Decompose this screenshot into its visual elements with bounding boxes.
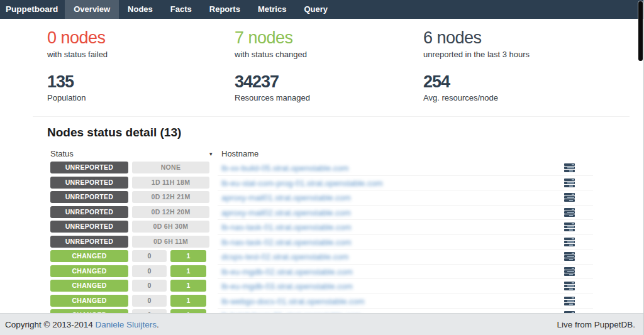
nav-item-facts[interactable]: Facts [162,0,201,19]
copyright-suffix: . [157,320,159,329]
stat-avg-resources-label: Avg. resources/node [423,93,611,102]
nav-item-reports[interactable]: Reports [201,0,249,19]
hostname-link[interactable]: lb-eu-mgdb-03.strat.openstable.com [221,279,353,294]
stat-failed-value: 0 nodes [47,29,235,48]
stats-panel: 0 nodes with status failed 7 nodes with … [0,19,643,102]
stats-row-resources: 135 Population 34237 Resources managed 2… [47,73,643,103]
hostname-link[interactable]: lb-webgo-docs-01.strat.openstable.com [221,294,365,309]
navbar: Puppetboard OverviewNodesFactsReportsMet… [0,0,643,19]
table-row: CHANGED 0 1 lb-batchdexer-01.strat.opens… [0,309,593,313]
hostname-link[interactable]: dcsps-test-02.strat.openstable.com [221,250,348,265]
status-badge: CHANGED [50,295,128,307]
tasks-icon[interactable] [564,163,575,173]
status-badge: CHANGED [50,265,128,277]
column-header-status[interactable]: Status [50,149,74,158]
stat-changed-value: 7 nodes [235,29,423,48]
stat-failed: 0 nodes with status failed [47,29,235,59]
table-row: CHANGED 0 1 dcsps-test-02.strat.openstab… [0,250,593,265]
table-header: Status ▾ Hostname [0,140,643,161]
column-header-hostname[interactable]: Hostname [221,149,258,158]
status-badge: UNREPORTED [50,221,128,233]
table-row: CHANGED 0 1 lb-webgo-docs-01.strat.opens… [0,294,593,309]
status-badge: UNREPORTED [50,191,128,203]
live-from-puppetdb-text: Live from PuppetDB. [557,320,635,329]
copyright-text: Copyright © 2013-2014 Daniele Sluijters. [5,320,159,329]
hostname-link[interactable]: aproxy-mail01.strat.openstable.com [221,190,351,206]
time-badge: 1D 11H 18M [132,177,209,189]
status-badge: UNREPORTED [50,206,128,218]
table-rows: UNREPORTED NONE lb-xx-build-05.strat.ope… [0,161,643,313]
hostname-link[interactable]: lb-eu-stat-com-prog-01.strat.openstable.… [221,176,383,191]
puppetboard-page: Puppetboard OverviewNodesFactsReportsMet… [0,0,644,335]
tasks-icon[interactable] [564,178,575,188]
stat-resources-value: 34237 [235,73,423,92]
stat-unreported-label: unreported in the last 3 hours [423,50,611,59]
tasks-icon[interactable] [564,296,575,306]
table-row: UNREPORTED 0D 6H 11M lb-nas-task-02.stra… [0,235,593,250]
skip-count-badge: 0 [132,295,167,307]
time-badge: 0D 6H 11M [132,236,209,248]
hostname-link[interactable]: lb-batchdexer-01.strat.openstable.com [221,309,361,313]
stat-resources: 34237 Resources managed [235,73,423,103]
table-row: UNREPORTED NONE lb-xx-build-05.strat.ope… [0,161,593,176]
skip-count-badge: 0 [132,280,167,292]
table-row: UNREPORTED 0D 12H 21M aproxy-mail01.stra… [0,190,593,206]
change-count-badge: 1 [170,295,206,307]
stat-resources-label: Resources managed [235,93,423,102]
nav-items: OverviewNodesFactsReportsMetricsQuery [65,0,336,19]
skip-count-badge: 0 [132,250,167,262]
tasks-icon[interactable] [564,251,575,261]
tasks-icon[interactable] [564,207,575,217]
time-badge: 0D 6H 30M [132,221,209,233]
brand-puppetboard[interactable]: Puppetboard [0,0,65,19]
time-badge: 0D 12H 20M [132,206,209,218]
tasks-icon[interactable] [564,222,575,232]
tasks-icon[interactable] [564,237,575,247]
stats-row-status: 0 nodes with status failed 7 nodes with … [47,29,643,59]
stat-changed: 7 nodes with status changed [235,29,423,59]
table-row: UNREPORTED 0D 12H 20M aproxy-mail02.stra… [0,206,593,221]
nav-item-metrics[interactable]: Metrics [249,0,296,19]
sort-caret-icon[interactable]: ▾ [209,151,213,157]
stat-unreported: 6 nodes unreported in the last 3 hours [423,29,611,59]
section-divider [33,116,630,117]
table-row: UNREPORTED 0D 6H 30M lb-nas-task-01.stra… [0,220,593,235]
stat-unreported-value: 6 nodes [423,29,611,48]
author-link[interactable]: Daniele Sluijters [96,320,157,329]
stat-avg-resources: 254 Avg. resources/node [423,73,611,103]
hostname-link[interactable]: lb-nas-task-02.strat.openstable.com [221,235,352,250]
status-badge: UNREPORTED [50,177,128,189]
status-badge: UNREPORTED [50,162,128,173]
hostname-link[interactable]: lb-xx-build-05.strat.openstable.com [221,161,348,176]
main-content: 0 nodes with status failed 7 nodes with … [0,19,643,313]
status-badge: UNREPORTED [50,236,128,248]
stat-population-value: 135 [47,73,235,92]
stat-population: 135 Population [47,73,235,103]
hostname-link[interactable]: lb-nas-task-01.strat.openstable.com [221,220,352,235]
tasks-icon[interactable] [564,281,575,291]
change-count-badge: 1 [170,280,206,292]
time-badge: NONE [132,162,209,173]
status-badge: CHANGED [50,250,128,262]
stat-population-label: Population [47,93,235,102]
tasks-icon[interactable] [564,266,575,277]
nav-item-query[interactable]: Query [295,0,336,19]
tasks-icon[interactable] [564,192,575,202]
table-row: CHANGED 0 1 lb-eu-mgdb-02.strat.openstab… [0,265,593,280]
nav-item-overview[interactable]: Overview [65,0,119,19]
skip-count-badge: 0 [132,265,167,277]
table-row: UNREPORTED 1D 11H 18M lb-eu-stat-com-pro… [0,176,593,191]
hostname-link[interactable]: lb-eu-mgdb-02.strat.openstable.com [221,265,353,280]
table-row: CHANGED 0 1 lb-eu-mgdb-03.strat.openstab… [0,279,593,294]
change-count-badge: 1 [170,250,206,262]
stat-failed-label: with status failed [47,50,235,59]
nav-item-nodes[interactable]: Nodes [119,0,162,19]
footer: Copyright © 2013-2014 Daniele Sluijters.… [0,313,644,335]
nodes-status-detail-title: Nodes status detail (13) [47,126,643,140]
hostname-link[interactable]: aproxy-mail02.strat.openstable.com [221,206,351,221]
change-count-badge: 1 [170,265,206,277]
copyright-prefix: Copyright © 2013-2014 [5,320,96,329]
status-badge: CHANGED [50,280,128,292]
vertical-scrollbar-thumb[interactable] [638,1,643,61]
time-badge: 0D 12H 21M [132,191,209,203]
